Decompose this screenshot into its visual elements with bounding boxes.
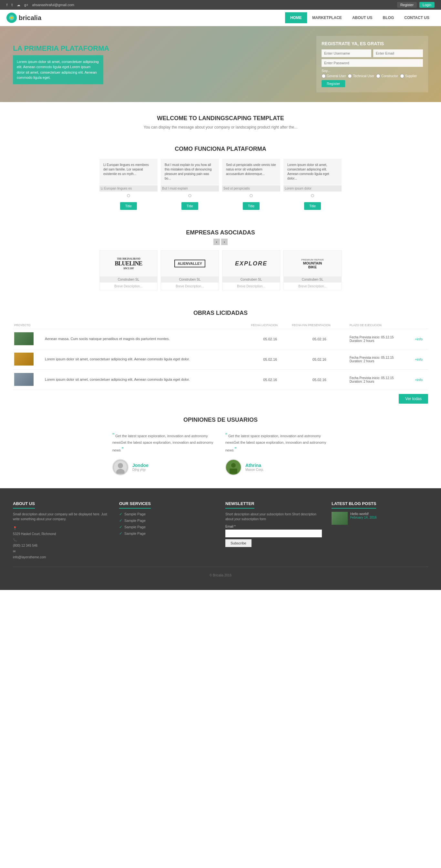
footer-address: 📍 5329 Haskel Court, Richmond bbox=[13, 525, 109, 537]
nav-contact[interactable]: CONTACT US bbox=[399, 12, 435, 23]
how-card-3-btn[interactable]: Title bbox=[243, 202, 259, 210]
radio-dot-2 bbox=[188, 194, 191, 197]
nav-home[interactable]: HOME bbox=[285, 12, 307, 23]
password-input[interactable] bbox=[321, 59, 423, 67]
footer-about-title: ABOUT US bbox=[13, 501, 35, 508]
skype-icon[interactable]: ☁ bbox=[17, 3, 20, 7]
twitter-icon[interactable]: 𝕥 bbox=[11, 3, 13, 7]
obra-info-1[interactable]: +info bbox=[414, 329, 428, 349]
how-card-2-btn[interactable]: Title bbox=[182, 202, 198, 210]
service-link-1[interactable]: ✓Sample Page bbox=[119, 512, 216, 516]
alienvalley-logo: ALIENVALLEY bbox=[174, 259, 205, 268]
login-button[interactable]: Login bbox=[419, 2, 435, 8]
register-button[interactable]: Register bbox=[397, 2, 417, 8]
prev-arrow[interactable]: ‹ bbox=[213, 239, 220, 245]
nav-blog[interactable]: BLOG bbox=[378, 12, 399, 23]
svg-point-2 bbox=[118, 463, 123, 468]
footer-copyright: © Bricalia 2016 bbox=[13, 567, 428, 577]
obra-fecha-lic-1: 05.02.16 bbox=[250, 329, 290, 349]
newsletter-desc: Short description about your subscriptio… bbox=[225, 512, 322, 522]
mountainbike-logo: PREMIUM REPAIR MOUNTAINBIKE bbox=[301, 258, 324, 269]
obra-fecha-fin-1: 05.02.16 bbox=[290, 329, 348, 349]
user-type-options: General User Technical User Constructor … bbox=[321, 74, 423, 78]
logo-icon bbox=[6, 12, 17, 23]
nav-about[interactable]: ABOUT US bbox=[347, 12, 378, 23]
obra-info-2[interactable]: +info bbox=[414, 349, 428, 370]
opinion-author-1: Jondoe Djhg yhjy bbox=[112, 459, 216, 475]
obra-plazo-2: Fecha Prevista inicio: 05.12.15 Duration… bbox=[348, 349, 414, 370]
how-card-3: Sed ut perspiciatis unde omnis iste natu… bbox=[222, 159, 280, 210]
how-card-4-text: Lorem ipsum dolor sit amet, consectetuer… bbox=[283, 159, 342, 185]
nav-menu: HOME MARKETPLACE ABOUT US BLOG CONTACT U… bbox=[285, 12, 435, 23]
obra-info-3[interactable]: +info bbox=[414, 370, 428, 390]
hero-description: Lorem ipsum dolor sit amet, consectetuer… bbox=[13, 55, 103, 84]
username-input[interactable] bbox=[321, 50, 371, 57]
how-card-2-text: But I must explain to you how all this m… bbox=[161, 159, 219, 185]
blog-info-1: Hello world! February 14, 2016 bbox=[350, 512, 377, 525]
col-blank bbox=[43, 321, 250, 329]
general-user-option[interactable]: General User bbox=[321, 74, 346, 78]
hero-content: LA PRIMERIA PLATAFORMA Lorem ipsum dolor… bbox=[13, 44, 316, 84]
author-title-1: Djhg yhjy bbox=[132, 468, 149, 471]
obras-title: OBRAS LICIDADAS bbox=[13, 310, 428, 316]
obra-fecha-fin-2: 05.02.16 bbox=[290, 349, 348, 370]
opinions-section: OPINIONES DE USUARIOS “ Get the latest s… bbox=[0, 404, 441, 488]
facebook-icon[interactable]: f bbox=[6, 3, 7, 7]
blog-thumb-1 bbox=[332, 512, 348, 525]
company-card-4: PREMIUM REPAIR MOUNTAINBIKE Construben S… bbox=[283, 250, 342, 290]
opinion-text-1: “ Get the latest space exploration, inno… bbox=[112, 431, 216, 454]
obras-section: OBRAS LICIDADAS PROYECTO FECHA LICITACIO… bbox=[0, 300, 441, 400]
nav-marketplace[interactable]: MARKETPLACE bbox=[307, 12, 347, 23]
obra-thumb-3 bbox=[13, 370, 43, 390]
email-input[interactable] bbox=[373, 50, 423, 57]
service-link-2[interactable]: ✓Sample Page bbox=[119, 518, 216, 523]
obras-table: PROYECTO FECHA LICITACION FECHA FIN PRES… bbox=[13, 321, 428, 390]
welcome-title: WELCOME TO LANDINGSCAPING TEMPLATE bbox=[6, 115, 435, 122]
supplier-option[interactable]: Supplier bbox=[400, 74, 417, 78]
hero-title-highlight: PLATAFORMA bbox=[61, 44, 109, 52]
check-icon-3: ✓ bbox=[119, 525, 122, 529]
how-card-2-label: But I must explain bbox=[161, 185, 219, 191]
company-logo-1: THE ORIGINAL BRAND BLUELINE Since 1997 bbox=[100, 251, 157, 276]
author-avatar-2 bbox=[225, 459, 242, 475]
how-card-2: But I must explain to you how all this m… bbox=[161, 159, 219, 210]
email-field-label: Email * bbox=[225, 525, 322, 528]
how-card-4-btn[interactable]: Title bbox=[304, 202, 321, 210]
blog-post-title-1[interactable]: Hello world! bbox=[350, 512, 377, 516]
hero-title-plain: LA PRIMERIA bbox=[13, 44, 58, 52]
email-display: ahsanashraful@gmail.com bbox=[32, 3, 74, 7]
check-icon-2: ✓ bbox=[119, 518, 122, 523]
constructor-option[interactable]: Constructor bbox=[376, 74, 398, 78]
technical-user-option[interactable]: Technical User bbox=[348, 74, 374, 78]
blog-post-1: Hello world! February 14, 2016 bbox=[332, 512, 428, 525]
footer-about: ABOUT US Small description about your co… bbox=[13, 501, 109, 560]
how-card-1-btn[interactable]: Title bbox=[120, 202, 137, 210]
obra-thumb-1 bbox=[13, 329, 43, 349]
footer-contact: 📍 5329 Haskel Court, Richmond 📞 (800) 12… bbox=[13, 525, 109, 560]
service-link-4[interactable]: ✓Sample Page bbox=[119, 531, 216, 536]
auth-buttons: Register Login bbox=[397, 2, 435, 8]
form-register-button[interactable]: Register bbox=[321, 80, 345, 87]
obra-thumb-2 bbox=[13, 349, 43, 370]
service-link-3[interactable]: ✓Sample Page bbox=[119, 525, 216, 529]
author-title-2: Maxon Corp. bbox=[245, 468, 264, 471]
opinion-text-2: “ Get the latest space exploration, inno… bbox=[225, 431, 329, 454]
company-name-1: Construben SL bbox=[100, 276, 157, 283]
subscribe-button[interactable]: Subscribe bbox=[225, 539, 251, 547]
company-desc-2: Breve Description... bbox=[161, 283, 219, 290]
ver-todas-button[interactable]: Ver todas bbox=[399, 394, 428, 404]
radio-dot-4 bbox=[311, 194, 314, 197]
company-cards: THE ORIGINAL BRAND BLUELINE Since 1997 C… bbox=[13, 250, 428, 290]
googleplus-icon[interactable]: g+ bbox=[24, 3, 28, 7]
open-quote-2: “ bbox=[225, 432, 227, 438]
logo[interactable]: bricalia bbox=[6, 12, 41, 23]
company-logo-4: PREMIUM REPAIR MOUNTAINBIKE bbox=[284, 251, 341, 276]
footer-newsletter: NEWSLETTER Short description about your … bbox=[225, 501, 322, 560]
how-card-1-text: Li Europan lingues es membres del sam fa… bbox=[99, 159, 158, 185]
company-desc-4: Breve Description... bbox=[284, 283, 341, 290]
author-info-1: Jondoe Djhg yhjy bbox=[132, 463, 149, 471]
col-info bbox=[414, 321, 428, 329]
next-arrow[interactable]: › bbox=[221, 239, 228, 245]
footer-email: ✉ info@layerstheme.com bbox=[13, 549, 109, 560]
newsletter-email-input[interactable] bbox=[225, 530, 322, 537]
